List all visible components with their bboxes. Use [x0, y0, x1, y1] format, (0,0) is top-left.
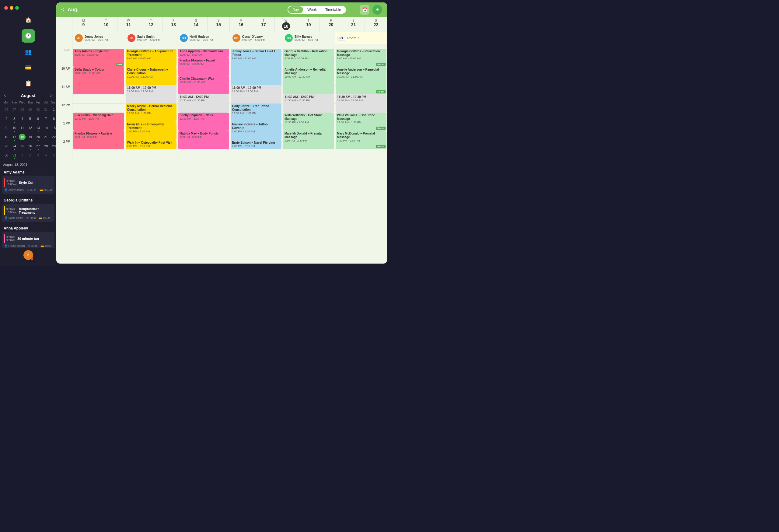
mini-cal-day[interactable]: 2: [26, 151, 34, 160]
day-number-header[interactable]: M16: [229, 17, 252, 32]
calendar-icon[interactable]: 🕐: [21, 29, 35, 43]
mini-cal-day[interactable]: 3●: [10, 114, 18, 123]
day-number-header[interactable]: S21: [342, 17, 365, 32]
mini-cal-day[interactable]: 2: [2, 114, 10, 123]
appointment-block[interactable]: Claire Cloggs – Naturopathy Consultation…: [126, 67, 177, 85]
appointment-block[interactable]: Jimmy Jones – Senior Level 1 Tattoo9:00 …: [231, 49, 282, 85]
appointment-block[interactable]: Bella Brady – Colour10:00 AM - 11:30 AM: [73, 67, 124, 94]
timetable-view-button[interactable]: Timetable: [321, 6, 345, 13]
day-number-header[interactable]: M9: [72, 17, 95, 32]
mini-cal-day[interactable]: 28: [42, 141, 50, 151]
mini-cal-day[interactable]: 30: [34, 105, 42, 114]
mini-cal-day[interactable]: 3: [34, 151, 42, 160]
mini-cal-day[interactable]: 5: [50, 151, 58, 160]
day-view-button[interactable]: Day: [288, 6, 303, 13]
appointment-block[interactable]: Amelie Anderson – Remedial Massage10:00 …: [336, 67, 387, 94]
more-options-button[interactable]: ···: [352, 7, 357, 13]
mini-cal-day[interactable]: 4: [42, 151, 50, 160]
calendar-widget-button[interactable]: 📅: [360, 5, 369, 15]
mini-cal-day[interactable]: 6●: [34, 114, 42, 123]
mini-cal-day[interactable]: 31: [42, 105, 50, 114]
mini-cal-day[interactable]: 8: [50, 114, 58, 123]
prev-month-button[interactable]: <: [4, 93, 6, 98]
mini-cal-day[interactable]: 13●: [34, 123, 42, 132]
people-icon[interactable]: 👥: [21, 45, 35, 58]
mini-cal-day[interactable]: 14: [42, 123, 50, 132]
appointment-block[interactable]: Frankie Flowers – Facial9:30 AM - 10:30 …: [178, 58, 229, 76]
appointment-block[interactable]: Charlie Chapman – Wax10:30 AM - 11:30 AM: [178, 76, 229, 94]
mini-cal-day[interactable]: 10●: [10, 123, 18, 132]
appointment-block[interactable]: Shelly Shipman – Nails12:30 PM - 1:30 PM: [178, 113, 229, 131]
appointment-block[interactable]: Cody Carter – Free Tattoo Consultation12…: [231, 104, 282, 122]
mini-cal-day[interactable]: 28: [18, 105, 26, 114]
mini-cal-day[interactable]: 7: [42, 114, 50, 123]
appointment-block[interactable]: Frankie Flowers – Tattoo Coverup1:00 PM …: [231, 122, 282, 140]
appointment-block[interactable]: Macey Maple – Herbal Medicine Consultati…: [126, 104, 177, 122]
mini-cal-day[interactable]: 18: [18, 132, 26, 141]
day-number-header[interactable]: T12: [140, 17, 162, 32]
day-number-header[interactable]: S14: [185, 17, 207, 32]
mini-cal-day[interactable]: 19: [26, 132, 34, 141]
appointment-block[interactable]: 11:30 AM - 12:30 PM11:30 AM - 12:30 PM: [336, 94, 387, 113]
appointment-block[interactable]: Anna Appleby – 30 minute tan9:00 AM - 9:…: [178, 49, 229, 58]
mini-cal-day[interactable]: 29: [50, 141, 58, 151]
week-view-button[interactable]: Week: [303, 6, 321, 13]
day-number-header[interactable]: S22: [365, 17, 387, 32]
appointment-block[interactable]: 11:00 AM - 12:00 PM11:00 AM - 12:00 PM: [126, 85, 177, 104]
appointment-card[interactable]: 9:00AM 10:00AM Style Cut 👤 Jenny Jones ⏱…: [2, 176, 54, 194]
day-number-header[interactable]: W18: [275, 17, 297, 32]
mini-cal-day[interactable]: 31●: [10, 151, 18, 160]
day-number-header[interactable]: S15: [207, 17, 230, 32]
appointment-block[interactable]: Frankie Flowers – Upstyle1:30 PM - 2:30 …: [73, 131, 124, 149]
appointment-block[interactable]: Willa Williams – Hot Stone Massage12:30 …: [283, 113, 334, 131]
card-icon[interactable]: 💳: [21, 61, 35, 74]
grid-icon[interactable]: 📋: [21, 77, 35, 90]
appointment-block[interactable]: Amelie Anderson – Remedial Massage10:00 …: [283, 67, 334, 94]
appointment-block[interactable]: Amy Adams – Style Cut9:00 AM - 10:00 AMP…: [73, 49, 124, 67]
appointment-block[interactable]: Willa Williams – Hot Stone Massage12:30 …: [336, 113, 387, 131]
appointment-block[interactable]: Georgia Griffiths – Relaxation Massage9:…: [283, 49, 334, 67]
appointment-card[interactable]: 9:00AM 10:00AM Acupuncture Treatment 👤 S…: [2, 203, 54, 222]
mini-cal-day[interactable]: 24●: [10, 141, 18, 151]
mini-cal-day[interactable]: 21: [42, 132, 50, 141]
mini-cal-day[interactable]: 17●: [10, 132, 18, 141]
mini-cal-day[interactable]: 30: [2, 151, 10, 160]
mini-cal-day[interactable]: 16: [2, 132, 10, 141]
close-button[interactable]: [4, 6, 8, 10]
mini-cal-day[interactable]: 27●: [34, 141, 42, 151]
appointment-card[interactable]: 9:00AM 9:30AM 30 minute tan 👤 Heidi Huds…: [2, 232, 54, 248]
mini-cal-day[interactable]: 9: [2, 123, 10, 132]
day-number-header[interactable]: T17: [252, 17, 275, 32]
user-avatar[interactable]: A: [23, 250, 33, 260]
mini-cal-day[interactable]: 23: [2, 141, 10, 151]
appointment-block[interactable]: Matilda May – Body Polish1:30 PM - 2:30 …: [178, 131, 229, 149]
day-number-header[interactable]: F20: [319, 17, 342, 32]
appointment-block[interactable]: Ewan Ellis – Homeopathy Treatment1:00 PM…: [126, 122, 177, 140]
appointment-block[interactable]: 11:00 AM - 12:00 PM11:00 AM - 12:00 PM: [231, 85, 282, 104]
mini-cal-day[interactable]: 20●: [34, 132, 42, 141]
day-number-header[interactable]: W11: [117, 17, 140, 32]
mini-cal-day[interactable]: 11: [18, 123, 26, 132]
mini-cal-day[interactable]: 29: [26, 105, 34, 114]
mini-cal-day[interactable]: 1: [18, 151, 26, 160]
mini-cal-day[interactable]: 26●: [26, 141, 34, 151]
mini-cal-day[interactable]: 27: [10, 105, 18, 114]
appointment-block[interactable]: Ernie Edison – Navel Piercing2:00 PM - 2…: [231, 140, 282, 149]
day-number-header[interactable]: T19: [297, 17, 319, 32]
mini-cal-day[interactable]: 15: [50, 123, 58, 132]
mini-cal-day[interactable]: 25: [18, 141, 26, 151]
mini-cal-day[interactable]: 12: [26, 123, 34, 132]
appointment-block[interactable]: Ella Evans – Wedding Hair12:30 PM - 1:30…: [73, 113, 124, 131]
appointment-block[interactable]: 11:30 AM - 12:30 PM11:30 AM - 12:30 PM: [283, 94, 334, 113]
day-number-header[interactable]: F13: [162, 17, 185, 32]
home-icon[interactable]: 🏠: [21, 13, 35, 27]
mini-cal-day[interactable]: 1●: [50, 105, 58, 114]
appointment-block[interactable]: Georgia Griffiths – Acupuncture Treatmen…: [126, 49, 177, 67]
mini-cal-day[interactable]: 4: [18, 114, 26, 123]
maximize-button[interactable]: [15, 6, 19, 10]
appointment-block[interactable]: 11:30 AM - 12:30 PM11:30 AM - 12:30 PM: [178, 94, 229, 113]
appointment-block[interactable]: Walk In – Osteopathy First Visit2:00 PM …: [126, 140, 177, 149]
day-number-header[interactable]: T10: [95, 17, 117, 32]
minimize-button[interactable]: [10, 6, 13, 10]
appointment-block[interactable]: Georgia Griffiths – Relaxation Massage9:…: [336, 49, 387, 67]
